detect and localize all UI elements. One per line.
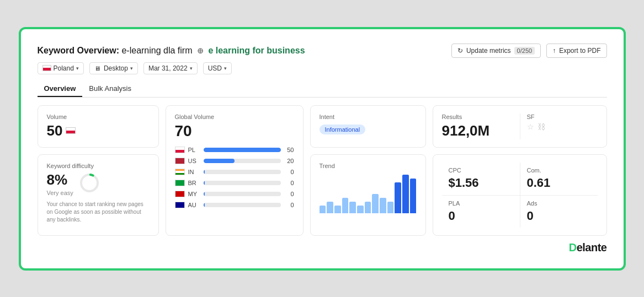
in-flag-icon xyxy=(175,169,185,175)
ads-value: 0 xyxy=(527,209,591,223)
update-metrics-button[interactable]: ↻ Update metrics 0/250 xyxy=(451,44,541,58)
plus-icon: ⊕ xyxy=(197,46,204,55)
pl-bar-track xyxy=(204,148,281,152)
trend-bar xyxy=(372,194,379,213)
br-code: BR xyxy=(188,180,200,186)
country-row-in: IN 0 xyxy=(175,169,294,175)
volume-label: Volume xyxy=(47,114,150,120)
my-code: MY xyxy=(188,191,200,197)
trend-card: Trend xyxy=(310,154,426,236)
us-bar-fill xyxy=(204,159,235,163)
keyword-alt: e learning for business xyxy=(208,46,305,55)
trend-bar xyxy=(365,202,371,213)
device-filter[interactable]: 🖥 Desktop ▾ xyxy=(89,62,138,74)
outer-frame: Keyword Overview: e-learning dla firm ⊕ … xyxy=(19,27,626,271)
au-num: 0 xyxy=(284,202,294,208)
header-actions: ↻ Update metrics 0/250 ↑ Export to PDF xyxy=(451,44,607,58)
volume-row: 50 xyxy=(47,122,150,139)
kd-label: Keyword difficulty xyxy=(47,163,150,169)
trend-label: Trend xyxy=(320,163,417,169)
kd-description: Your chance to start ranking new pages o… xyxy=(47,201,150,224)
pla-label: PLA xyxy=(449,200,513,207)
country-row-my: MY 0 xyxy=(175,191,294,197)
update-badge: 0/250 xyxy=(514,47,535,55)
svg-point-0 xyxy=(81,175,98,191)
intent-card: Intent Informational xyxy=(310,105,426,148)
chevron-down-icon-2: ▾ xyxy=(130,66,133,71)
in-num: 0 xyxy=(284,169,294,175)
au-bar-track xyxy=(204,203,281,207)
sf-icons: ☆ ⛓ xyxy=(527,122,598,131)
pl-num: 50 xyxy=(284,147,294,153)
in-bar-fill xyxy=(204,170,205,174)
us-num: 20 xyxy=(284,158,294,164)
brand-name: Delante xyxy=(569,241,607,254)
trend-bar xyxy=(357,206,364,213)
date-filter[interactable]: Mar 31, 2022 ▾ xyxy=(143,62,198,74)
star-icon: ☆ xyxy=(527,122,534,131)
country-row-us: US 20 xyxy=(175,158,294,164)
title-prefix: Keyword Overview: xyxy=(38,46,120,55)
gv-value: 70 xyxy=(175,122,294,140)
main-container: Keyword Overview: e-learning dla firm ⊕ … xyxy=(26,35,618,263)
country-row-pl: PL 50 xyxy=(175,147,294,153)
device-label: Desktop xyxy=(104,64,128,72)
brand-rest: elante xyxy=(577,241,607,253)
header-title: Keyword Overview: e-learning dla firm ⊕ … xyxy=(38,46,305,56)
ads-label: Ads xyxy=(527,200,591,207)
cpc-label: CPC xyxy=(449,167,513,174)
br-bar-track xyxy=(204,181,281,185)
tab-overview[interactable]: Overview xyxy=(38,81,83,97)
trend-bar xyxy=(380,198,386,213)
currency-filter[interactable]: USD ▾ xyxy=(203,62,232,74)
results-value: 912,0M xyxy=(442,122,513,139)
trend-bar xyxy=(387,202,394,213)
cpc-cell: CPC $1.56 xyxy=(442,163,520,195)
us-bar-track xyxy=(204,159,281,163)
export-icon: ↑ xyxy=(552,47,556,55)
chevron-down-icon-3: ▾ xyxy=(190,66,193,71)
kd-sublabel: Very easy xyxy=(47,190,73,196)
volume-card: Volume 50 xyxy=(38,105,159,148)
trend-bar xyxy=(342,198,349,213)
pl-code: PL xyxy=(188,147,200,153)
au-code: AU xyxy=(188,202,200,208)
pla-value: 0 xyxy=(449,209,513,223)
kd-value: 8% xyxy=(47,171,73,188)
trend-bar xyxy=(410,179,417,213)
pl-flag-icon xyxy=(175,147,185,153)
chevron-down-icon: ▾ xyxy=(76,66,79,71)
tabs-row: Overview Bulk Analysis xyxy=(38,81,607,98)
br-bar-fill xyxy=(204,181,205,185)
country-filter[interactable]: Poland ▾ xyxy=(38,62,84,74)
cards-grid: Volume 50 Keyword difficulty 8% Very eas… xyxy=(38,105,607,236)
tab-bulk-analysis[interactable]: Bulk Analysis xyxy=(82,81,138,97)
export-pdf-button[interactable]: ↑ Export to PDF xyxy=(546,44,606,58)
intent-badge: Informational xyxy=(320,125,366,134)
brand-d-letter: D xyxy=(569,241,577,253)
br-flag-icon xyxy=(175,180,185,186)
us-code: US xyxy=(188,158,200,164)
us-flag-icon xyxy=(175,158,185,164)
trend-bar xyxy=(327,202,333,213)
sf-label: SF xyxy=(527,114,598,120)
results-label: Results xyxy=(442,114,513,120)
cpc-value: $1.56 xyxy=(449,176,513,190)
filters-row: Poland ▾ 🖥 Desktop ▾ Mar 31, 2022 ▾ USD … xyxy=(38,62,607,74)
desktop-icon: 🖥 xyxy=(94,65,100,72)
my-num: 0 xyxy=(284,191,294,197)
in-bar-track xyxy=(204,170,281,174)
poland-flag-icon xyxy=(42,65,51,71)
au-flag-icon xyxy=(175,202,185,208)
com-label: Com. xyxy=(527,167,591,174)
country-row-br: BR 0 xyxy=(175,180,294,186)
branding-row: Delante xyxy=(38,241,607,254)
com-value: 0.61 xyxy=(527,176,591,190)
link-icon: ⛓ xyxy=(537,122,545,131)
country-label: Poland xyxy=(54,64,74,72)
sf-section: SF ☆ ⛓ xyxy=(520,114,598,139)
pla-cell: PLA 0 xyxy=(442,195,520,228)
header-row: Keyword Overview: e-learning dla firm ⊕ … xyxy=(38,44,607,58)
refresh-icon: ↻ xyxy=(457,47,463,55)
country-row-au: AU 0 xyxy=(175,202,294,208)
